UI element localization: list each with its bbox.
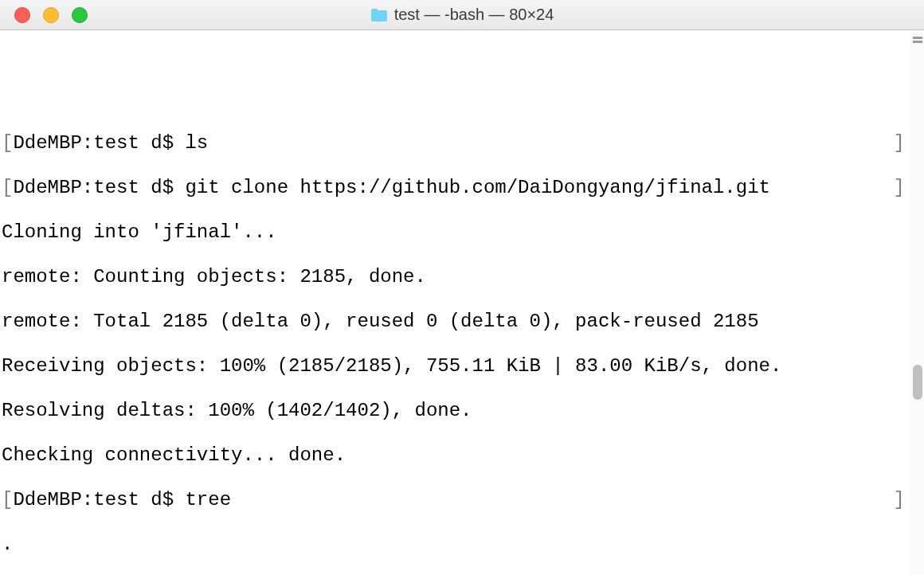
minimize-button[interactable] [43, 7, 59, 23]
terminal-output: remote: Total 2185 (delta 0), reused 0 (… [2, 311, 924, 333]
prompt: DdeMBP:test d$ [13, 489, 185, 510]
titlebar: test — -bash — 80×24 [0, 0, 924, 30]
traffic-lights [0, 7, 88, 23]
prompt: DdeMBP:test d$ [13, 177, 185, 198]
prompt: DdeMBP:test d$ [13, 132, 185, 154]
command: ls [185, 132, 208, 154]
terminal-output: Cloning into 'jfinal'... [2, 221, 924, 244]
scrollbar-track[interactable] [910, 30, 924, 575]
terminal-output: Checking connectivity... done. [2, 444, 924, 467]
close-button[interactable] [14, 7, 30, 23]
terminal-line: [DdeMBP:test d$ ls] [2, 132, 924, 155]
title-container: test — -bash — 80×24 [0, 6, 924, 24]
tree-line: . [2, 534, 924, 556]
terminal-output: Receiving objects: 100% (2185/2185), 755… [2, 355, 924, 377]
terminal-output: Resolving deltas: 100% (1402/1402), done… [2, 400, 924, 422]
folder-icon [370, 8, 388, 22]
maximize-button[interactable] [72, 7, 88, 23]
terminal-line: [DdeMBP:test d$ tree] [2, 489, 924, 511]
window-title: test — -bash — 80×24 [394, 6, 554, 24]
command: tree [185, 489, 231, 510]
window-corner-icon [911, 35, 924, 48]
scrollbar-thumb[interactable] [913, 365, 922, 400]
command: git clone https://github.com/DaiDongyang… [185, 177, 770, 198]
terminal-body[interactable]: [DdeMBP:test d$ ls] [DdeMBP:test d$ git … [0, 30, 924, 575]
terminal-line: [DdeMBP:test d$ git clone https://github… [2, 177, 924, 199]
terminal-output: remote: Counting objects: 2185, done. [2, 266, 924, 288]
